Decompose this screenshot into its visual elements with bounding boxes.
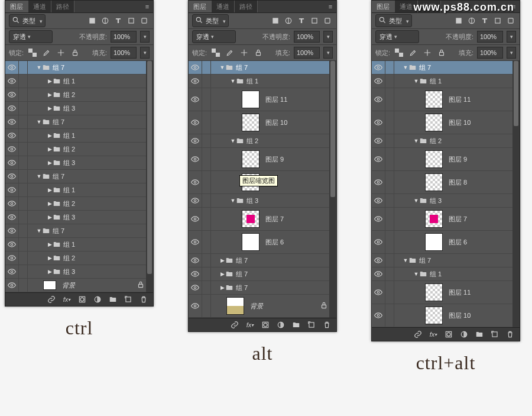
group-name[interactable]: 组 7 [53, 172, 64, 181]
lock-transparent-icon[interactable] [394, 47, 404, 58]
filter-type-icon[interactable] [479, 15, 490, 26]
lock-paint-icon[interactable] [41, 47, 52, 58]
disclosure-triangle[interactable]: ▶ [219, 271, 225, 277]
layer-row[interactable]: 图层 7 [189, 208, 336, 231]
fx-icon[interactable]: fx▾ [62, 294, 72, 305]
adjustment-icon[interactable] [459, 329, 469, 340]
layer-row[interactable]: 图层 6 [372, 231, 520, 254]
opacity-stepper[interactable]: ▾ [507, 31, 516, 43]
group-name[interactable]: 组 7 [236, 63, 248, 72]
panel-menu-icon[interactable]: ≡ [141, 1, 153, 12]
group-name[interactable]: 组 1 [246, 77, 258, 86]
disclosure-triangle[interactable]: ▼ [403, 257, 408, 263]
layer-thumbnail[interactable] [242, 91, 259, 108]
new-group-icon[interactable] [475, 329, 484, 340]
group-row[interactable]: ▼ 组 2 [189, 134, 336, 148]
disclosure-triangle[interactable]: ▼ [230, 78, 236, 84]
mask-icon[interactable] [444, 329, 453, 340]
filter-type-icon[interactable] [113, 15, 124, 26]
group-name[interactable]: 组 2 [430, 137, 442, 146]
disclosure-triangle[interactable]: ▶ [47, 105, 53, 111]
group-name[interactable]: 组 1 [430, 270, 442, 279]
visibility-toggle[interactable] [189, 134, 202, 147]
visibility-toggle[interactable] [189, 148, 202, 170]
trash-icon[interactable] [322, 320, 332, 330]
lock-move-icon[interactable] [239, 47, 249, 58]
group-name[interactable]: 组 2 [63, 254, 75, 263]
filter-kind-select[interactable]: 类型 [375, 14, 412, 27]
lock-transparent-icon[interactable] [210, 47, 221, 58]
layer-name[interactable]: 图层 7 [265, 215, 284, 224]
group-name[interactable]: 组 3 [430, 196, 442, 205]
group-name[interactable]: 组 7 [236, 270, 248, 279]
layer-thumbnail[interactable] [242, 233, 259, 251]
group-row[interactable]: ▶ 组 2 [5, 143, 153, 156]
layer-thumbnail[interactable] [425, 91, 443, 108]
visibility-toggle[interactable] [372, 267, 385, 280]
layer-row[interactable]: 图层 10 [372, 304, 520, 327]
visibility-toggle[interactable] [372, 75, 385, 88]
layers-list[interactable]: ▼ 组 7 ▼ 组 1 图层 11 图层 10 [372, 61, 520, 327]
fill-stepper[interactable]: ▾ [507, 47, 516, 59]
group-name[interactable]: 组 2 [63, 91, 75, 99]
visibility-toggle[interactable] [372, 171, 385, 194]
disclosure-triangle[interactable]: ▶ [47, 214, 53, 220]
panel-menu-icon[interactable]: ≡ [325, 1, 336, 12]
layer-name[interactable]: 图层 10 [449, 311, 471, 320]
group-row[interactable]: ▶ 组 2 [5, 197, 153, 211]
group-name[interactable]: 组 2 [63, 145, 75, 154]
visibility-toggle[interactable] [372, 281, 385, 304]
layers-list[interactable]: ▼ 组 7 ▶ 组 1 ▶ 组 2 ▶ 组 3 [5, 61, 153, 292]
disclosure-triangle[interactable]: ▶ [47, 241, 53, 247]
visibility-toggle[interactable] [189, 281, 202, 294]
mask-icon[interactable] [77, 294, 87, 305]
tab-layers[interactable]: 图层 [189, 1, 212, 12]
group-name[interactable]: 组 3 [63, 104, 75, 113]
blend-mode-select[interactable]: 穿透 [192, 30, 236, 43]
new-layer-icon[interactable] [490, 329, 499, 340]
group-row[interactable]: ▼ 组 1 [189, 75, 336, 88]
visibility-toggle[interactable] [189, 295, 202, 317]
visibility-toggle[interactable] [5, 88, 19, 101]
fill-stepper[interactable]: ▾ [140, 47, 150, 59]
group-name[interactable]: 组 1 [63, 77, 75, 86]
layer-name[interactable]: 图层 11 [449, 288, 471, 297]
fill-value[interactable]: 100% [111, 47, 137, 59]
group-row[interactable]: ▶ 组 3 [5, 265, 153, 279]
disclosure-triangle[interactable]: ▼ [230, 198, 236, 204]
opacity-value[interactable]: 100% [111, 31, 137, 43]
disclosure-triangle[interactable]: ▶ [47, 187, 53, 193]
layer-name[interactable]: 图层 11 [265, 95, 287, 104]
fx-icon[interactable]: fx▾ [429, 329, 438, 340]
layer-name[interactable]: 图层 8 [449, 178, 467, 187]
group-row[interactable]: ▶ 组 1 [5, 238, 153, 251]
layer-row[interactable]: 图层缩览图 [189, 171, 336, 194]
visibility-toggle[interactable] [189, 208, 202, 230]
layer-thumbnail[interactable] [425, 173, 443, 191]
disclosure-triangle[interactable]: ▶ [47, 201, 53, 207]
group-row[interactable]: ▶ 组 1 [5, 129, 153, 143]
group-name[interactable]: 组 7 [419, 256, 431, 265]
layer-thumbnail[interactable] [242, 150, 259, 168]
group-name[interactable]: 组 3 [63, 159, 75, 167]
disclosure-triangle[interactable]: ▼ [219, 65, 225, 70]
layer-name[interactable]: 背景 [62, 281, 75, 290]
group-row[interactable]: ▼ 组 7 [5, 61, 153, 75]
visibility-toggle[interactable] [189, 61, 202, 74]
tab-layers[interactable]: 图层 [372, 1, 395, 12]
visibility-toggle[interactable] [372, 231, 385, 253]
disclosure-triangle[interactable]: ▶ [219, 257, 225, 263]
group-row[interactable]: ▶ 组 7 [189, 281, 336, 295]
link-icon[interactable] [230, 320, 239, 330]
layer-row[interactable]: 图层 11 [189, 88, 336, 111]
group-row[interactable]: ▼ 组 7 [372, 61, 520, 75]
group-row[interactable]: ▶ 组 7 [189, 267, 336, 281]
filter-smart-icon[interactable] [139, 15, 150, 26]
group-name[interactable]: 组 3 [63, 213, 75, 222]
group-name[interactable]: 组 7 [53, 227, 64, 236]
filter-kind-select[interactable]: 类型 [9, 14, 46, 27]
group-row[interactable]: ▶ 组 2 [5, 251, 153, 265]
visibility-toggle[interactable] [372, 88, 385, 111]
disclosure-triangle[interactable]: ▼ [230, 138, 236, 144]
layer-name[interactable]: 图层 11 [449, 95, 471, 104]
